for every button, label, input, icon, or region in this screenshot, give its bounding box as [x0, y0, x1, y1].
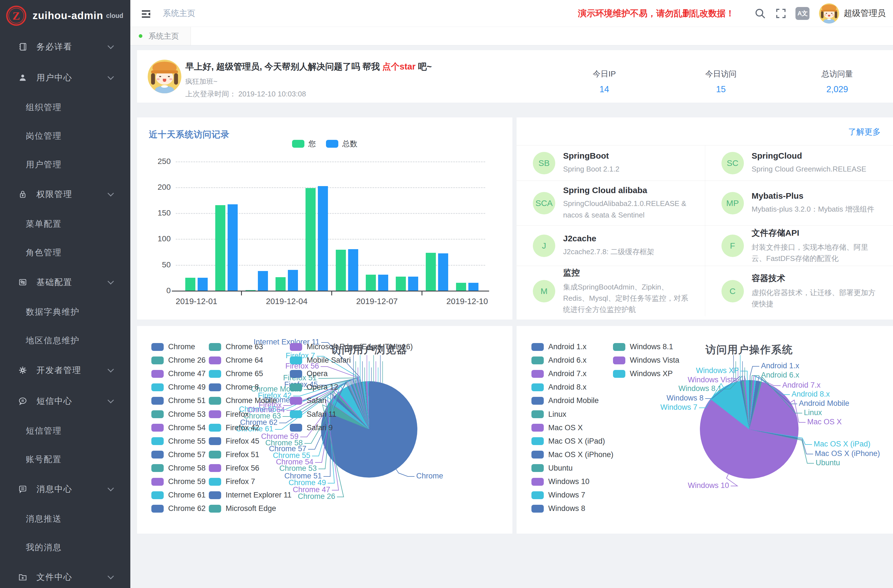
pie-label-Chrome: Chrome: [416, 472, 545, 480]
tech-avatar: SCA: [533, 192, 555, 214]
tech-row: JJ2cacheJ2cache2.7.8: 二级缓存框架F文件存储API封装文件…: [517, 226, 893, 266]
username[interactable]: 超级管理员: [844, 8, 886, 19]
sidebar-item-10[interactable]: 地区信息维护: [0, 326, 130, 355]
legend-item-Firefox 45[interactable]: Firefox 45: [209, 437, 259, 446]
sidebar-item-1[interactable]: 用户中心: [0, 62, 130, 93]
sidebar-item-11[interactable]: 开发者管理: [0, 355, 130, 386]
legend-item-Chrome 47[interactable]: Chrome 47: [151, 369, 206, 378]
sidebar-item-2[interactable]: 组织管理: [0, 93, 130, 122]
legend-item-Chrome 54[interactable]: Chrome 54: [151, 424, 206, 432]
sidebar-item-3[interactable]: 岗位管理: [0, 122, 130, 150]
star-link[interactable]: 点个star: [382, 62, 416, 71]
sidebar-item-13[interactable]: 短信管理: [0, 417, 130, 445]
sidebar-item-16[interactable]: 消息推送: [0, 504, 130, 533]
legend-item-Safari 11[interactable]: Safari 11: [290, 410, 336, 419]
sidebar-item-18[interactable]: 文件中心: [0, 562, 130, 588]
legend-item-Firefox[interactable]: Firefox: [209, 410, 249, 419]
sidebar-item-8[interactable]: 基础配置: [0, 267, 130, 298]
legend-label: Chrome 53: [168, 410, 206, 419]
legend-item-Chrome 55[interactable]: Chrome 55: [151, 437, 206, 446]
legend-item-Chrome 53[interactable]: Chrome 53: [151, 410, 206, 419]
legend-item-Chrome 59[interactable]: Chrome 59: [151, 477, 206, 486]
legend-item-Windows Vista[interactable]: Windows Vista: [613, 356, 680, 365]
legend-item-Chrome 58[interactable]: Chrome 58: [151, 464, 206, 472]
sidebar-item-4[interactable]: 用户管理: [0, 150, 130, 179]
legend-item-Ubuntu[interactable]: Ubuntu: [531, 464, 573, 472]
sidebar-item-12[interactable]: 短信中心: [0, 386, 130, 417]
sidebar-item-6[interactable]: 菜单配置: [0, 210, 130, 238]
legend-label: Android 7.x: [548, 369, 587, 378]
legend-item-Android 7.x[interactable]: Android 7.x: [531, 369, 587, 378]
legend-item-Chrome Mobile[interactable]: Chrome Mobile: [209, 396, 277, 405]
legend-item-Firefox 51[interactable]: Firefox 51: [209, 450, 259, 459]
legend-swatch: [290, 410, 302, 418]
legend-item-Android 8.x[interactable]: Android 8.x: [531, 383, 587, 391]
sidebar-item-label: 组织管理: [26, 102, 62, 113]
legend-swatch: [209, 343, 221, 351]
sidebar-item-label: 开发者管理: [36, 365, 81, 376]
sidebar-item-9[interactable]: 数据字典维护: [0, 298, 130, 326]
legend-item-Firefox 56[interactable]: Firefox 56: [209, 464, 259, 472]
search-icon[interactable]: [754, 7, 766, 20]
legend-item-Opera[interactable]: Opera: [290, 369, 328, 378]
legend-item-Windows 8[interactable]: Windows 8: [531, 504, 585, 513]
legend-item-Linux[interactable]: Linux: [531, 410, 567, 419]
legend-swatch: [531, 491, 544, 499]
tech-text: SpringCloudSpring Cloud Greenwich.RELEAS…: [752, 151, 866, 174]
tech-title: Mybatis-Plus: [752, 191, 875, 201]
sidebar-item-7[interactable]: 角色管理: [0, 238, 130, 267]
tech-text: J2cacheJ2cache2.7.8: 二级缓存框架: [563, 234, 654, 257]
browser-pie-card: 访问用户浏览器 Internet Explorer 11Firefox 7Fir…: [137, 326, 513, 534]
learn-more-link[interactable]: 了解更多: [848, 126, 881, 138]
sidebar-item-17[interactable]: 我的消息: [0, 533, 130, 562]
legend-swatch: [209, 424, 221, 432]
legend-item-Opera 12[interactable]: Opera 12: [290, 383, 338, 391]
legend-item-Android 1.x[interactable]: Android 1.x: [531, 343, 587, 351]
legend-item-Chrome 51[interactable]: Chrome 51: [151, 396, 206, 405]
legend-item-Chrome 61[interactable]: Chrome 61: [151, 491, 206, 499]
legend-item-Windows 10[interactable]: Windows 10: [531, 477, 589, 486]
legend-item-Android Mobile[interactable]: Android Mobile: [531, 396, 599, 405]
legend-item-Chrome 64[interactable]: Chrome 64: [209, 356, 263, 365]
y-axis-tick: 50: [146, 260, 171, 269]
logo[interactable]: Z zuihou-admin cloud: [0, 0, 130, 32]
legend-item-Mobile Safari[interactable]: Mobile Safari: [290, 356, 351, 365]
translate-icon[interactable]: A文: [795, 7, 809, 20]
legend-item-Mac OS X (iPhone)[interactable]: Mac OS X (iPhone): [531, 450, 613, 459]
x-axis-line: [172, 291, 489, 292]
fullscreen-icon[interactable]: [775, 7, 787, 20]
sidebar-item-0[interactable]: 务必详看: [0, 32, 130, 62]
sidebar-item-5[interactable]: 权限管理: [0, 179, 130, 210]
legend-item-Chrome 26[interactable]: Chrome 26: [151, 356, 206, 365]
legend-item-Chrome 8[interactable]: Chrome 8: [209, 383, 259, 391]
legend-item-Windows 7[interactable]: Windows 7: [531, 491, 585, 499]
sidebar-item-14[interactable]: 账号配置: [0, 445, 130, 474]
legend-item-Chrome 57[interactable]: Chrome 57: [151, 450, 206, 459]
legend-item-Windows XP[interactable]: Windows XP: [613, 369, 673, 378]
legend-swatch: [151, 437, 164, 445]
legend-item-Firefox 42[interactable]: Firefox 42: [209, 424, 259, 432]
legend-item-Internet Explorer 11[interactable]: Internet Explorer 11: [209, 491, 292, 499]
legend-item-Mac OS X[interactable]: Mac OS X: [531, 424, 583, 432]
tab-home[interactable]: 系统主页: [130, 27, 191, 45]
avatar[interactable]: [819, 3, 839, 24]
legend-label: Windows 8: [548, 504, 585, 513]
legend-item-Chrome 49[interactable]: Chrome 49: [151, 383, 206, 391]
bar-总数-2019-12-08: [408, 277, 418, 291]
os-pie-title: 访问用户操作系统: [660, 343, 839, 357]
legend-item-Firefox 7[interactable]: Firefox 7: [209, 477, 255, 486]
config-icon: [18, 277, 27, 287]
legend-swatch: [613, 343, 625, 351]
collapse-menu-icon[interactable]: [140, 8, 152, 18]
legend-item-Mac OS X (iPad)[interactable]: Mac OS X (iPad): [531, 437, 605, 446]
legend-item-Safari 9[interactable]: Safari 9: [290, 424, 333, 432]
legend-item-Chrome 62[interactable]: Chrome 62: [151, 504, 206, 513]
legend-item-Android 6.x[interactable]: Android 6.x: [531, 356, 587, 365]
legend-item-Microsoft Edge[interactable]: Microsoft Edge: [209, 504, 276, 513]
legend-item-Chrome[interactable]: Chrome: [151, 343, 195, 351]
legend-item-Safari[interactable]: Safari: [290, 396, 326, 405]
legend-swatch: [290, 383, 302, 391]
sidebar-item-15[interactable]: 消息中心: [0, 474, 130, 504]
legend-item-Chrome 65[interactable]: Chrome 65: [209, 369, 263, 378]
legend-item-Chrome 63[interactable]: Chrome 63: [209, 343, 263, 351]
